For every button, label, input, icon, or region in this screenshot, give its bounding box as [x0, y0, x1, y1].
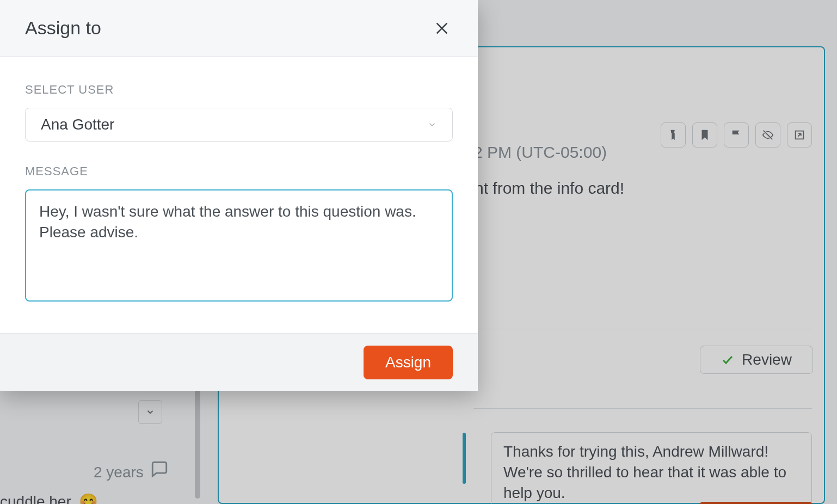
assign-button[interactable]: Assign	[364, 346, 453, 379]
close-button[interactable]	[431, 17, 453, 39]
modal-header: Assign to	[0, 0, 478, 57]
close-icon	[433, 20, 451, 37]
assign-modal: Assign to SELECT USER Ana Gotter MESSAGE…	[0, 0, 478, 391]
message-label: MESSAGE	[25, 164, 453, 179]
modal-body: SELECT USER Ana Gotter MESSAGE	[0, 57, 478, 333]
user-select[interactable]: Ana Gotter	[25, 108, 453, 142]
message-textarea[interactable]	[25, 189, 453, 302]
chevron-down-icon	[427, 120, 437, 130]
select-user-label: SELECT USER	[25, 83, 453, 97]
modal-footer: Assign	[0, 333, 478, 391]
assign-button-label: Assign	[385, 354, 431, 371]
modal-title: Assign to	[25, 17, 101, 39]
selected-user-value: Ana Gotter	[41, 116, 114, 133]
